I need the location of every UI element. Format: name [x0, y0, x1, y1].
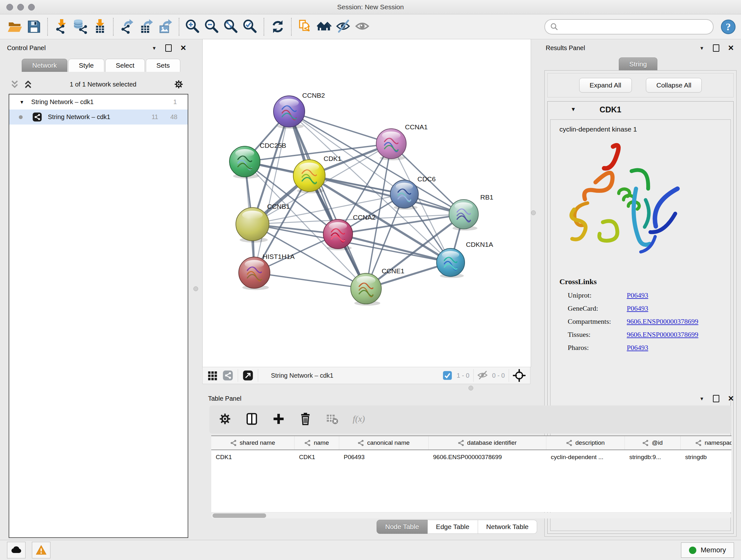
collapse-all-button[interactable]: Collapse All: [646, 78, 702, 92]
hide-selected-button[interactable]: [334, 17, 353, 37]
window-zoom-button[interactable]: [28, 4, 35, 10]
network-options-gear-icon[interactable]: [174, 79, 184, 89]
network-collection-row[interactable]: ▼ String Network – cdk1 1: [9, 95, 188, 110]
window-minimize-button[interactable]: [17, 4, 24, 10]
export-table-button[interactable]: [137, 17, 156, 37]
network-node-CDKN1A[interactable]: CDKN1A: [436, 241, 493, 278]
scrollbar-thumb[interactable]: [212, 513, 266, 518]
gene-section-expander-icon[interactable]: ▼: [570, 106, 576, 113]
birds-eye-view-icon[interactable]: [513, 369, 526, 382]
crosslink-value-uniprot[interactable]: P06493: [627, 291, 727, 300]
table-horizontal-scrollbar[interactable]: [211, 513, 731, 518]
zoom-fit-button[interactable]: [221, 17, 241, 37]
delete-columns-button[interactable]: [299, 412, 312, 427]
import-network-database-button[interactable]: [71, 17, 90, 37]
search-input[interactable]: [561, 23, 708, 30]
zoom-out-button[interactable]: [202, 17, 221, 37]
network-node-CDK1[interactable]: CDK1: [293, 155, 341, 193]
tab-style[interactable]: Style: [68, 59, 105, 72]
cell-shared-name[interactable]: CDK1: [211, 450, 294, 464]
tab-select[interactable]: Select: [105, 59, 145, 72]
first-neighbors-button[interactable]: [315, 17, 334, 37]
show-all-button[interactable]: [353, 17, 372, 37]
cell-database-identifier[interactable]: 9606.ENSP00000378699: [428, 450, 546, 464]
cell-name[interactable]: CDK1: [294, 450, 339, 464]
help-button[interactable]: [721, 19, 736, 35]
results-panel-collapse-icon[interactable]: ▼: [699, 45, 704, 51]
column-header-database-identifier[interactable]: database identifier: [428, 436, 546, 449]
network-tree: ▼ String Network – cdk1 1 String Network…: [9, 94, 188, 538]
tab-node-table[interactable]: Node Table: [377, 520, 428, 534]
crosslink-value-pharos[interactable]: P06493: [627, 344, 727, 352]
network-row[interactable]: String Network – cdk1 11 48: [9, 110, 188, 125]
expand-all-button[interactable]: Expand All: [579, 78, 632, 92]
apply-layout-button[interactable]: [268, 17, 287, 37]
import-network-file-button[interactable]: [52, 17, 71, 37]
warnings-button[interactable]: [32, 542, 51, 558]
control-panel-close-icon[interactable]: ✕: [180, 44, 186, 52]
network-edge-CCNB2-CCNA1[interactable]: [289, 111, 391, 144]
network-node-HIST1H1A[interactable]: HIST1H1A: [239, 253, 294, 290]
network-edge-CCNB2-CCNE1[interactable]: [289, 111, 366, 289]
export-image-button[interactable]: [156, 17, 175, 37]
column-header-description[interactable]: description: [546, 436, 625, 449]
control-panel-collapse-icon[interactable]: ▼: [152, 45, 157, 51]
function-builder-button[interactable]: [352, 412, 366, 427]
network-node-CCNB2[interactable]: CCNB2: [273, 91, 325, 129]
table-settings-button[interactable]: [218, 412, 232, 427]
crosslink-value-genecard[interactable]: P06493: [627, 304, 727, 313]
cell-id[interactable]: stringdb:9...: [625, 450, 681, 464]
column-header-id[interactable]: @id: [625, 436, 681, 449]
table-panel-close-icon[interactable]: ✕: [728, 395, 734, 402]
memory-button[interactable]: Memory: [681, 543, 734, 558]
collapse-all-networks-icon[interactable]: [10, 80, 19, 89]
import-table-button[interactable]: [90, 17, 109, 37]
grid-view-icon[interactable]: [207, 370, 218, 381]
detach-view-icon[interactable]: [243, 370, 253, 381]
tab-network[interactable]: Network: [22, 59, 67, 72]
export-table-icon: [139, 19, 154, 34]
control-panel-float-icon[interactable]: [165, 44, 172, 52]
export-network-button[interactable]: [118, 17, 137, 37]
right-splitter-handle[interactable]: [531, 210, 536, 215]
create-column-button[interactable]: [272, 412, 285, 427]
function-icon: [352, 412, 366, 426]
network-node-RB1[interactable]: RB1: [449, 193, 493, 231]
crosslink-value-tissues[interactable]: 9606.ENSP00000378699: [627, 330, 727, 339]
zoom-selected-button[interactable]: [241, 17, 260, 37]
table-panel-float-icon[interactable]: [713, 395, 719, 402]
network-view-canvas[interactable]: CCNB2CCNA1CDC25BCDK1CDC6RB1CCNB1CCNA2CDK…: [202, 39, 531, 367]
column-header-canonical-name[interactable]: canonical name: [339, 436, 428, 449]
results-panel-float-icon[interactable]: [713, 44, 719, 52]
crosslink-value-compartments[interactable]: 9606.ENSP00000378699: [627, 317, 727, 326]
save-session-button[interactable]: [24, 17, 44, 37]
zoom-in-button[interactable]: [183, 17, 202, 37]
search-box[interactable]: [544, 19, 714, 35]
cell-canonical-name[interactable]: P06493: [339, 450, 428, 464]
open-session-button[interactable]: [5, 17, 24, 37]
table-panel: Table Panel ▼ ✕ shared namenamecanonical…: [202, 390, 741, 540]
network-overview-icon[interactable]: [222, 370, 233, 381]
bottom-splitter-handle[interactable]: [468, 386, 473, 390]
expand-all-networks-icon[interactable]: [23, 80, 32, 89]
tab-string[interactable]: String: [619, 57, 657, 71]
results-panel-close-icon[interactable]: ✕: [728, 44, 734, 52]
selected-items-checkbox-icon[interactable]: [442, 370, 453, 381]
column-header-shared-name[interactable]: shared name: [211, 436, 294, 449]
delete-table-button[interactable]: [326, 412, 339, 427]
tab-sets[interactable]: Sets: [146, 59, 180, 72]
tab-edge-table[interactable]: Edge Table: [428, 520, 478, 534]
table-panel-collapse-icon[interactable]: ▼: [699, 396, 704, 401]
collection-expander-icon[interactable]: ▼: [19, 99, 24, 105]
column-header-namespace[interactable]: namespace: [681, 436, 731, 449]
cell-description[interactable]: cyclin-dependent ...: [546, 450, 625, 464]
cloud-status-button[interactable]: [7, 542, 25, 558]
cell-namespace[interactable]: stringdb: [681, 450, 731, 464]
network-edge-HIST1H1A-CCNE1[interactable]: [254, 273, 366, 289]
tab-network-table[interactable]: Network Table: [478, 520, 537, 534]
column-header-name[interactable]: name: [294, 436, 339, 449]
left-splitter-handle[interactable]: [193, 287, 198, 291]
window-close-button[interactable]: [6, 4, 13, 10]
duplicate-network-button[interactable]: [295, 17, 315, 37]
show-columns-button[interactable]: [245, 412, 259, 427]
